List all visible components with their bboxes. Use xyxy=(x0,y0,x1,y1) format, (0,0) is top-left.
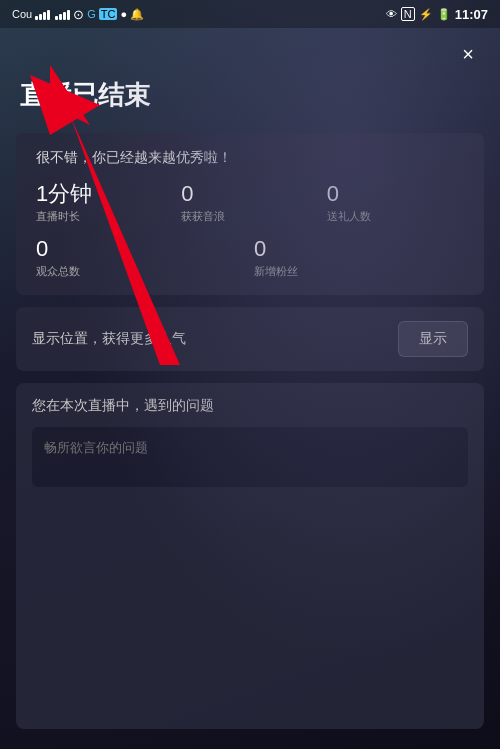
signal-bars xyxy=(35,8,50,20)
close-button[interactable]: × xyxy=(452,38,484,70)
wifi-icon: ⊙ xyxy=(73,7,84,22)
status-bar: Cou ⊙ G TC ● 🔔 👁 N ⚡ 🔋 11:07 xyxy=(0,0,500,28)
signal-bars-2 xyxy=(55,8,70,20)
n-icon: N xyxy=(401,7,415,21)
signal-bar2-4 xyxy=(67,10,70,20)
bluetooth-icon: ⚡ xyxy=(419,8,433,21)
battery-icon: 🔋 xyxy=(437,8,451,21)
signal-bar-1 xyxy=(35,16,38,20)
signal-bar-3 xyxy=(43,12,46,20)
close-icon: × xyxy=(462,43,474,66)
message-icon: ● xyxy=(120,8,127,20)
signal-bar-4 xyxy=(47,10,50,20)
signal-bar2-1 xyxy=(55,16,58,20)
status-left: Cou ⊙ G TC ● 🔔 xyxy=(12,7,144,22)
tc-icon: TC xyxy=(99,8,118,20)
signal-bar2-2 xyxy=(59,14,62,20)
bell-icon: 🔔 xyxy=(130,8,144,21)
eye-status-icon: 👁 xyxy=(386,8,397,20)
status-right: 👁 N ⚡ 🔋 11:07 xyxy=(386,7,488,22)
signal-bar-2 xyxy=(39,14,42,20)
time-display: 11:07 xyxy=(455,7,488,22)
carrier-text: Cou xyxy=(12,8,32,20)
signal-bar2-3 xyxy=(63,12,66,20)
bg-figure xyxy=(0,0,500,749)
g-icon: G xyxy=(87,8,96,20)
